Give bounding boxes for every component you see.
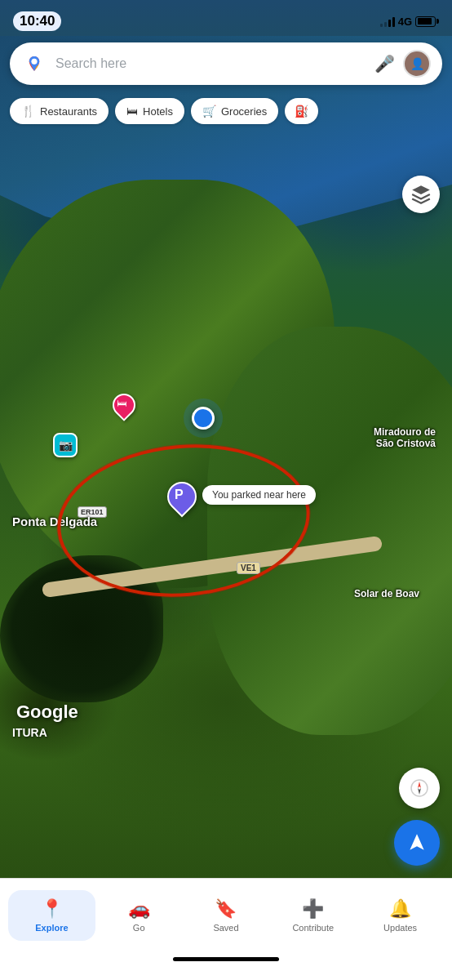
navigate-icon [406, 832, 428, 853]
layers-icon [410, 184, 432, 205]
parking-pin-letter: P [175, 488, 184, 502]
tab-updates[interactable]: 🔔 Updates [357, 890, 444, 941]
saved-icon: 🔖 [215, 898, 237, 920]
place-label-solar-boav: Solar de Boav [354, 588, 419, 599]
explore-icon: 📍 [41, 898, 63, 920]
compass-icon [410, 778, 429, 798]
place-label-miradouro: Miradouro deSão Cristovã [374, 426, 436, 449]
category-pills: 🍴 Restaurants 🛏 Hotels 🛒 Groceries ⛽ [0, 93, 452, 129]
pill-restaurants[interactable]: 🍴 Restaurants [10, 98, 109, 124]
pill-groceries-label: Groceries [221, 105, 267, 118]
search-bar[interactable]: Search here 🎤 👤 [10, 42, 442, 85]
hotels-icon: 🛏 [126, 105, 138, 118]
parked-label[interactable]: You parked near here [202, 485, 316, 505]
restaurants-icon: 🍴 [21, 105, 35, 118]
status-time: 10:40 [13, 11, 61, 31]
camera-pin-body: 📷 [53, 433, 78, 457]
tab-contribute[interactable]: ➕ Contribute [269, 890, 357, 941]
microphone-icon[interactable]: 🎤 [374, 54, 395, 74]
map-view[interactable]: VE1 ER101 P You parked near here 🛏 📷 Pon… [0, 0, 452, 878]
tab-go[interactable]: 🚗 Go [95, 890, 183, 941]
network-type: 4G [398, 16, 412, 28]
user-avatar[interactable]: 👤 [403, 50, 431, 78]
go-icon: 🚗 [128, 898, 150, 920]
nav-tabs: 📍 Explore 🚗 Go 🔖 Saved ➕ Contribute 🔔 Up… [0, 879, 452, 952]
contribute-icon: ➕ [302, 898, 324, 920]
search-input[interactable]: Search here [55, 56, 366, 71]
battery-icon [415, 16, 439, 27]
camera-pin[interactable]: 📷 [53, 433, 78, 457]
tab-saved-label: Saved [213, 923, 238, 933]
camera-icon: 📷 [59, 439, 73, 452]
current-location-dot[interactable] [192, 407, 215, 430]
bottom-navigation: 📍 Explore 🚗 Go 🔖 Saved ➕ Contribute 🔔 Up… [0, 878, 452, 980]
google-label: Google [16, 702, 78, 723]
pill-groceries[interactable]: 🛒 Groceries [191, 98, 278, 124]
hotel-pin[interactable]: 🛏 [113, 394, 135, 416]
google-maps-logo [21, 51, 47, 77]
status-icons: 4G [380, 16, 439, 28]
tab-saved[interactable]: 🔖 Saved [183, 890, 270, 941]
svg-point-1 [31, 59, 37, 65]
layers-button[interactable] [402, 176, 440, 213]
updates-icon: 🔔 [389, 898, 411, 920]
compass-button[interactable] [399, 768, 440, 808]
ventura-label: ITURA [12, 726, 47, 739]
parking-pin[interactable]: P [167, 482, 197, 511]
pill-gas[interactable]: ⛽ [285, 98, 318, 124]
tab-explore-label: Explore [35, 923, 68, 933]
tab-updates-label: Updates [383, 923, 417, 933]
signal-icon [380, 16, 395, 27]
pill-hotels-label: Hotels [143, 105, 173, 118]
home-indicator [173, 957, 279, 961]
tab-explore[interactable]: 📍 Explore [8, 890, 95, 941]
tab-contribute-label: Contribute [292, 923, 334, 933]
groceries-icon: 🛒 [202, 105, 216, 118]
navigate-button[interactable] [394, 820, 440, 866]
tab-go-label: Go [133, 923, 145, 933]
pill-hotels[interactable]: 🛏 Hotels [115, 98, 184, 124]
pill-restaurants-label: Restaurants [40, 105, 97, 118]
hotel-pin-icon: 🛏 [117, 398, 126, 409]
status-bar: 10:40 4G [0, 0, 452, 36]
gas-icon: ⛽ [295, 105, 308, 118]
